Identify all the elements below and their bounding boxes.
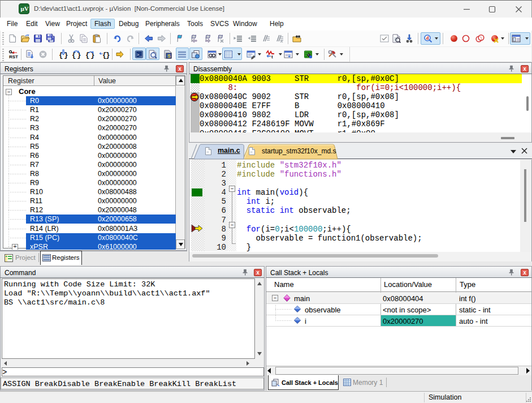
svg-text:RST: RST	[9, 54, 18, 59]
svg-text:{: {	[72, 52, 76, 59]
svg-text:>_: >_	[137, 52, 142, 57]
svg-text:t: t	[271, 54, 273, 59]
svg-text:S: S	[167, 53, 171, 59]
svg-text:d: d	[426, 35, 429, 41]
svg-text:}: }	[106, 52, 110, 59]
